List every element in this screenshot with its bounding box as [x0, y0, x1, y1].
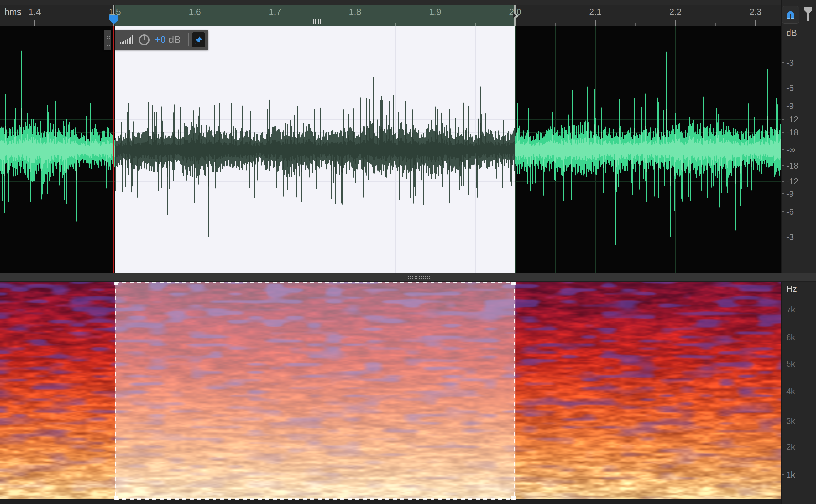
top-margin-band — [0, 0, 816, 5]
spectrogram-display[interactable] — [0, 282, 781, 499]
waveform-display[interactable] — [0, 26, 781, 273]
spectral-selection-border-left[interactable] — [115, 281, 116, 499]
db-tick-mark — [782, 237, 784, 237]
hz-tick-label: 3k — [786, 416, 795, 426]
db-tick-label: -9 — [786, 101, 794, 111]
hz-scale-header: Hz — [786, 284, 797, 294]
ruler-tick-mark — [275, 20, 275, 26]
ruler-tick-mark — [595, 20, 596, 26]
db-tick-label: -3 — [786, 58, 794, 68]
ruler-tick-label: 2.2 — [669, 7, 682, 17]
volume-bars-icon — [120, 35, 135, 45]
hz-tick-label: 2k — [786, 442, 795, 452]
selection-end-chevron-arrow — [516, 13, 519, 18]
db-tick-mark — [782, 119, 784, 120]
hud-panel[interactable]: +0 dB — [115, 30, 208, 50]
db-scale-header: dB — [786, 28, 797, 38]
magnet-icon — [785, 9, 796, 21]
marker-pin-icon[interactable] — [804, 7, 812, 22]
db-tick-label: -18 — [786, 127, 799, 138]
right-scale-column: dB -3-6-9-12-18-∞-18-12-9-6-3 Hz 7k6k5k4… — [781, 0, 816, 504]
bottom-margin-strip — [0, 499, 781, 504]
ruler-tick-mark — [675, 20, 676, 26]
hud-pin-button[interactable] — [192, 32, 205, 47]
hz-tick-mark — [782, 474, 784, 475]
ruler-tick-mark — [755, 20, 756, 26]
db-tick-label: -12 — [786, 114, 799, 125]
ruler-tick-label: 1.4 — [28, 7, 41, 17]
db-tick-mark — [782, 165, 784, 166]
snap-magnet-button[interactable] — [782, 6, 799, 24]
timeline-ruler[interactable]: hms 1.41.51.61.71.81.92.02.12.22.3 — [0, 5, 781, 26]
db-tick-label: -6 — [786, 207, 794, 217]
splitter-grip-dots[interactable] — [408, 276, 432, 279]
ruler-tick-label: 1.6 — [189, 7, 201, 17]
spectral-selection-border-right[interactable] — [514, 281, 515, 499]
ruler-drag-grip[interactable] — [313, 19, 323, 24]
ruler-unit-label: hms — [5, 7, 21, 17]
hz-tick-label: 4k — [786, 386, 795, 396]
db-tick-label: -18 — [786, 161, 799, 171]
ruler-tick-label: 2.1 — [589, 7, 602, 17]
spectral-selection-handle-br[interactable] — [511, 496, 516, 500]
hz-tick-label: 6k — [786, 332, 795, 343]
panel-splitter[interactable] — [0, 273, 816, 282]
db-tick-mark — [782, 211, 784, 212]
hz-tick-label: 7k — [786, 305, 795, 315]
hud-separator — [188, 33, 189, 46]
ruler-minor-tick — [475, 23, 476, 26]
ruler-tick-label: 2.3 — [749, 7, 762, 17]
ruler-tick-label: 1.7 — [269, 7, 281, 17]
ruler-tick-mark — [34, 20, 35, 26]
db-tick-label: -∞ — [786, 145, 795, 155]
gain-hud[interactable]: +0 dB — [104, 30, 208, 50]
spectral-selection-handle-bl[interactable] — [114, 496, 118, 500]
hud-drag-handle[interactable] — [104, 30, 111, 50]
hz-tick-label: 1k — [786, 470, 795, 480]
playhead-marker-point[interactable] — [109, 20, 118, 24]
db-tick-mark — [782, 106, 784, 106]
playhead-marker[interactable] — [109, 15, 118, 20]
ruler-minor-tick — [555, 23, 556, 26]
db-tick-label: -3 — [786, 232, 794, 242]
ruler-tick-label: 1.9 — [429, 7, 441, 17]
db-tick-mark — [782, 193, 784, 194]
db-tick-mark — [782, 88, 784, 88]
pushpin-icon — [194, 35, 203, 45]
knob-icon[interactable] — [139, 34, 150, 45]
ruler-minor-tick — [155, 23, 155, 26]
selection-start-handle[interactable] — [113, 5, 114, 16]
db-tick-mark — [782, 149, 784, 150]
gain-value[interactable]: +0 — [154, 34, 166, 46]
ruler-tick-mark — [355, 20, 355, 26]
hz-tick-label: 5k — [786, 359, 795, 369]
ruler-minor-tick — [235, 23, 235, 26]
ruler-minor-tick — [75, 23, 75, 26]
db-tick-label: -6 — [786, 83, 794, 93]
ruler-tick-mark — [195, 20, 195, 26]
db-tick-mark — [782, 62, 784, 63]
ruler-tick-mark — [435, 20, 435, 26]
ruler-tick-label: 1.8 — [349, 7, 361, 17]
ruler-minor-tick — [395, 23, 396, 26]
gain-unit-label: dB — [168, 34, 181, 46]
ruler-minor-tick — [715, 23, 716, 26]
db-tick-mark — [782, 132, 784, 133]
db-tick-label: -9 — [786, 189, 794, 199]
db-tick-label: -12 — [786, 176, 799, 187]
db-tick-mark — [782, 181, 784, 182]
ruler-minor-tick — [635, 23, 636, 26]
spectral-selection-border-bottom[interactable] — [115, 498, 515, 500]
